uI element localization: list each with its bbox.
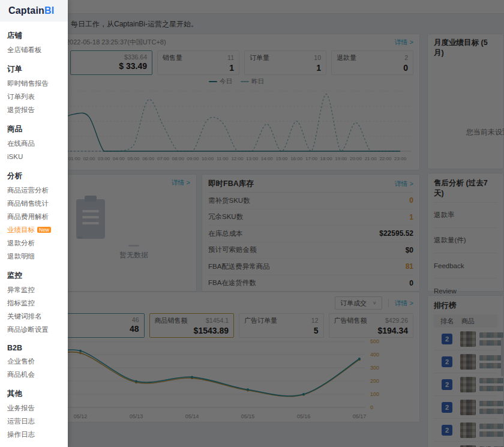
svg-text:07:00: 07:00: [157, 156, 170, 161]
sidebar-item-enterprise-price[interactable]: 企业售价: [7, 355, 68, 368]
ranking-row[interactable]: 2: [434, 328, 497, 350]
sidebar-item-product-sales-stats[interactable]: 商品销售统计: [7, 197, 68, 210]
detail-link[interactable]: 详情 >: [172, 178, 190, 187]
sidebar-item-product-cost-analysis[interactable]: 商品费用解析: [7, 210, 68, 223]
legend-today: 今日: [209, 77, 232, 86]
ranking-row[interactable]: 2: [434, 350, 497, 373]
rank-badge: 2: [442, 402, 452, 413]
stat-card-refund-volume[interactable]: 退款量2 0: [331, 50, 413, 75]
sidebar-item-anomaly-monitor[interactable]: 异常监控: [7, 283, 68, 296]
product-thumbnail: [460, 422, 476, 438]
sidebar-item-product-opportunity[interactable]: 商品机会: [7, 368, 68, 381]
svg-text:500: 500: [370, 338, 379, 344]
censored-text: [479, 340, 504, 346]
svg-text:11:00: 11:00: [217, 156, 229, 161]
scrollbar-thumb[interactable]: [501, 338, 503, 376]
ad-card-ad-orders[interactable]: 广告订单量12 5: [239, 313, 324, 338]
censored-text: [479, 424, 504, 429]
svg-text:01:00: 01:00: [68, 156, 81, 161]
divider: [388, 299, 389, 307]
svg-text:02:00: 02:00: [83, 156, 95, 161]
svg-text:05/17: 05/17: [353, 413, 367, 419]
censored-text: [479, 363, 504, 368]
sidebar-section-shop: 店铺: [7, 31, 68, 41]
panel-title: 月度业绩目标 (5月): [434, 38, 497, 58]
sidebar-item-business-report[interactable]: 业务报告: [7, 401, 68, 415]
svg-text:20:00: 20:00: [350, 156, 362, 161]
svg-text:18:00: 18:00: [320, 156, 333, 161]
sidebar-item-operation-log[interactable]: 运营日志: [7, 415, 68, 428]
empty-dash: [128, 245, 139, 247]
sidebar-item-performance-goal[interactable]: 业绩目标 New: [7, 223, 68, 236]
ad-card-primary[interactable]: 46 48: [59, 313, 145, 338]
orders-trend-panel: 订单成交 ∨ 详情 > 46 48 商品销售额$1454.1 $1543.89: [53, 292, 420, 422]
svg-text:04:00: 04:00: [113, 156, 125, 161]
sidebar-section-products: 商品: [7, 124, 68, 134]
sidebar-section-other: 其他: [7, 389, 68, 399]
svg-text:12:00: 12:00: [231, 156, 244, 161]
sidebar-item-product-diagnosis-settings[interactable]: 商品诊断设置: [7, 323, 68, 336]
aftersales-row-feedback: Feedback: [434, 253, 497, 278]
svg-text:09:00: 09:00: [187, 156, 199, 161]
ad-card-product-sales[interactable]: 商品销售额$1454.1 $1543.89: [149, 313, 235, 338]
sidebar-item-store-dashboard[interactable]: 全店铺看板: [7, 43, 68, 56]
ranking-row[interactable]: 2: [434, 419, 497, 442]
sidebar-item-action-log[interactable]: 操作日志: [7, 428, 68, 441]
aftersales-row-refund-rate: 退款率: [434, 202, 497, 227]
aftersales-row-refund-qty: 退款量(件): [434, 227, 497, 253]
svg-text:17:00: 17:00: [305, 156, 318, 161]
svg-text:08:00: 08:00: [172, 156, 185, 161]
sidebar-item-order-list[interactable]: 订单列表: [7, 90, 68, 103]
svg-text:23:00: 23:00: [394, 156, 407, 161]
censored-text: [479, 401, 504, 406]
chart-legend: 今日 昨日: [53, 77, 419, 86]
sidebar-item-keyword-rank[interactable]: 关键词排名: [7, 310, 68, 323]
detail-link[interactable]: 详情 >: [395, 179, 413, 188]
ranking-row[interactable]: 2: [434, 396, 497, 419]
sidebar-item-realtime-sales-report[interactable]: 即时销售报告: [7, 77, 68, 90]
detail-link[interactable]: 详情 >: [395, 299, 413, 308]
svg-text:0: 0: [370, 404, 373, 410]
stat-card-primary[interactable]: $336.64 $ 33.49: [70, 50, 152, 75]
dashboard-main: 每日工作，从CaptainBi-运营之星开始。 ：2022-05-18 23:2…: [0, 0, 504, 447]
stat-card-sales-volume[interactable]: 销售量11 1: [157, 50, 239, 75]
ad-card-ad-sales[interactable]: 广告销售额$429.26 $194.34: [329, 313, 414, 338]
sidebar-item-online-products[interactable]: 在线商品: [7, 137, 68, 150]
hourly-sales-chart: 00:0001:0002:0003:0004:0005:0006:0007:00…: [53, 86, 413, 166]
rank-badge: 2: [442, 356, 452, 367]
order-type-dropdown[interactable]: 订单成交 ∨: [335, 296, 382, 310]
fba-inventory-panel: 即时FBA库存 详情 > 需补货SKU数0 冗余SKU数1 在库总成本$2259…: [202, 174, 420, 292]
sidebar-item-isku[interactable]: iSKU: [7, 150, 68, 163]
sidebar-section-monitoring: 监控: [7, 271, 68, 281]
sidebar-item-metric-monitor[interactable]: 指标监控: [7, 296, 68, 310]
detail-link[interactable]: 详情 >: [395, 38, 413, 47]
product-thumbnail: [460, 331, 476, 347]
no-data-panel: 详情 > 暂无数据: [53, 174, 197, 292]
sidebar-item-refund-analysis[interactable]: 退款分析: [7, 236, 68, 250]
monthly-goal-panel: 月度业绩目标 (5月) 您当前未设置业: [427, 34, 504, 169]
svg-text:05:00: 05:00: [127, 156, 140, 161]
product-thumbnail: [460, 377, 476, 392]
sidebar-item-return-report[interactable]: 退货报告: [7, 103, 68, 116]
ranking-row[interactable]: 2 FUP: [434, 442, 497, 447]
censored-text: [479, 431, 504, 437]
svg-text:15:00: 15:00: [275, 156, 288, 161]
sidebar-item-product-operation-analysis[interactable]: 商品运营分析: [7, 184, 68, 197]
panel-title: 即时FBA库存: [208, 179, 254, 189]
legend-yesterday-dash: [241, 81, 249, 82]
svg-text:06:00: 06:00: [142, 156, 155, 161]
svg-text:21:00: 21:00: [365, 156, 377, 161]
captainbi-logo[interactable]: CaptainBI: [0, 0, 68, 22]
ranking-row[interactable]: 2: [434, 373, 497, 396]
censored-text: [479, 386, 504, 391]
svg-text:05/13: 05/13: [130, 413, 143, 419]
stat-card-order-volume[interactable]: 订单量10 1: [244, 50, 326, 75]
svg-text:05/15: 05/15: [241, 413, 255, 419]
svg-text:05/12: 05/12: [74, 413, 88, 419]
svg-text:16:00: 16:00: [290, 156, 303, 161]
daily-trend-chart: 010020030040050005/1205/1305/1405/1505/1…: [53, 338, 413, 428]
censored-text: [479, 409, 504, 414]
sidebar-item-refund-detail[interactable]: 退款明细: [7, 250, 68, 263]
svg-text:10:00: 10:00: [202, 156, 214, 161]
svg-text:03:00: 03:00: [98, 156, 110, 161]
